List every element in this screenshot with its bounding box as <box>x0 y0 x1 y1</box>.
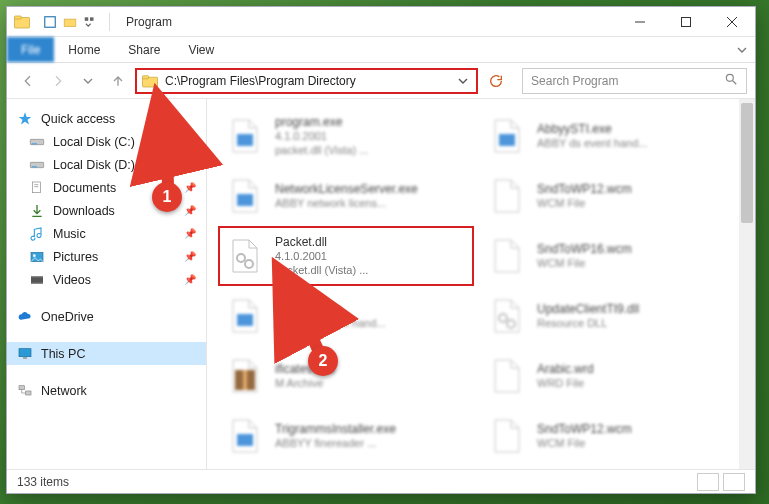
qat-new-folder-icon[interactable] <box>61 13 79 31</box>
file-meta: WCM File <box>537 257 632 271</box>
recent-locations-icon[interactable] <box>75 68 101 94</box>
file-icon <box>487 416 527 456</box>
file-icon <box>225 236 265 276</box>
file-meta: ABBY ds event hand... <box>537 137 647 151</box>
address-dropdown-icon[interactable] <box>454 72 472 90</box>
folder-app-icon <box>13 13 31 31</box>
up-button[interactable] <box>105 68 131 94</box>
file-item[interactable]: Arabic.wrd WRD File <box>481 347 735 405</box>
file-name: NetworkLicenseServer.exe <box>275 182 418 197</box>
file-item[interactable]: UpdateClientTI9.dll Resource DLL <box>481 287 735 345</box>
file-text: UpdateClientTI9.dll Resource DLL <box>537 302 639 331</box>
file-item[interactable]: Packet.dll 4.1.0.2001 packet.dll (Vista)… <box>219 227 473 285</box>
svg-rect-11 <box>143 75 149 78</box>
content-pane: program.exe 4.1.0.2001 packet.dll (Vista… <box>207 99 755 469</box>
tab-view[interactable]: View <box>174 37 228 62</box>
sidebar-item-label: Network <box>41 384 87 398</box>
tab-home[interactable]: Home <box>54 37 114 62</box>
pin-icon: 📌 <box>184 159 196 170</box>
minimize-button[interactable] <box>617 7 663 37</box>
svg-rect-28 <box>19 385 24 389</box>
file-text: Packet.dll 4.1.0.2001 packet.dll (Vista)… <box>275 235 368 278</box>
svg-rect-7 <box>682 17 691 26</box>
forward-button[interactable] <box>45 68 71 94</box>
sidebar-item-label: Documents <box>53 181 116 195</box>
thispc-icon <box>17 346 33 362</box>
ribbon-collapse-icon[interactable] <box>729 37 755 62</box>
ribbon: File Home Share View <box>7 37 755 63</box>
file-name: TrigrammsInstaller.exe <box>275 422 396 437</box>
file-icon <box>487 296 527 336</box>
file-grid: program.exe 4.1.0.2001 packet.dll (Vista… <box>207 99 739 469</box>
search-placeholder: Search Program <box>531 74 618 88</box>
qat-customize-icon[interactable] <box>81 13 99 31</box>
file-name: Arabic.wrd <box>537 362 594 377</box>
sidebar-item-label: This PC <box>41 347 85 361</box>
separator <box>109 13 110 31</box>
sidebar-item-documents[interactable]: Documents 📌 <box>7 176 206 199</box>
status-bar: 133 items <box>7 469 755 493</box>
sidebar-item-downloads[interactable]: Downloads 📌 <box>7 199 206 222</box>
sidebar-item-label: Quick access <box>41 112 115 126</box>
file-item[interactable]: bbyySTI.exe ABBY ds event hand... <box>219 287 473 345</box>
file-meta: ABBYY finereader ... <box>275 437 396 451</box>
file-text: program.exe 4.1.0.2001 packet.dll (Vista… <box>275 115 368 158</box>
back-button[interactable] <box>15 68 41 94</box>
sidebar-item-pictures[interactable]: Pictures 📌 <box>7 245 206 268</box>
pin-icon: 📌 <box>184 136 196 147</box>
sidebar-onedrive[interactable]: OneDrive <box>7 305 206 328</box>
view-large-button[interactable] <box>723 473 745 491</box>
file-tab[interactable]: File <box>7 37 54 62</box>
svg-point-22 <box>33 254 36 257</box>
file-item[interactable]: SndToWP12.wcm WCM File <box>481 407 735 465</box>
music-icon <box>29 226 45 242</box>
qat-properties-icon[interactable] <box>41 13 59 31</box>
svg-rect-17 <box>32 166 37 167</box>
file-item[interactable]: SndToWP12.wcm WCM File <box>481 167 735 225</box>
file-text: SndToWP16.wcm WCM File <box>537 242 632 271</box>
downloads-icon <box>29 203 45 219</box>
svg-point-12 <box>726 74 733 81</box>
sidebar-item-label: Pictures <box>53 250 98 264</box>
file-name: SndToWP12.wcm <box>537 182 632 197</box>
pin-icon: 📌 <box>184 274 196 285</box>
sidebar-this-pc[interactable]: This PC <box>7 342 206 365</box>
scrollbar-thumb[interactable] <box>741 103 753 223</box>
file-text: NetworkLicenseServer.exe ABBY network li… <box>275 182 418 211</box>
svg-rect-32 <box>237 194 253 206</box>
window-controls <box>617 7 755 37</box>
file-item[interactable]: TrigrammsInstaller.exe ABBYY finereader … <box>219 407 473 465</box>
onedrive-icon <box>17 309 33 325</box>
sidebar-item-label: OneDrive <box>41 310 94 324</box>
file-name: program.exe <box>275 115 368 130</box>
file-meta: WCM File <box>537 437 632 451</box>
pictures-icon <box>29 249 45 265</box>
sidebar-item-label: Local Disk (C:) <box>53 135 135 149</box>
pin-icon: 📌 <box>184 205 196 216</box>
scrollbar[interactable] <box>739 99 755 469</box>
file-item[interactable]: program.exe 4.1.0.2001 packet.dll (Vista… <box>219 107 473 165</box>
sidebar-network[interactable]: Network <box>7 379 206 402</box>
drive-icon <box>29 157 45 173</box>
maximize-button[interactable] <box>663 7 709 37</box>
sidebar-item-local-c[interactable]: Local Disk (C:) 📌 <box>7 130 206 153</box>
tab-share[interactable]: Share <box>114 37 174 62</box>
file-item[interactable]: NetworkLicenseServer.exe ABBY network li… <box>219 167 473 225</box>
search-box[interactable]: Search Program <box>522 68 747 94</box>
sidebar-item-videos[interactable]: Videos 📌 <box>7 268 206 291</box>
close-button[interactable] <box>709 7 755 37</box>
refresh-button[interactable] <box>484 69 508 93</box>
address-bar[interactable]: C:\Program Files\Program Directory <box>135 68 478 94</box>
sidebar-item-local-d[interactable]: Local Disk (D:) 📌 <box>7 153 206 176</box>
navigation-pane: Quick access Local Disk (C:) 📌 Local Dis… <box>7 99 207 469</box>
sidebar-item-music[interactable]: Music 📌 <box>7 222 206 245</box>
file-meta: Resource DLL <box>537 317 639 331</box>
file-meta: 4.1.0.2001 <box>275 130 368 144</box>
file-item[interactable]: AbbyySTI.exe ABBY ds event hand... <box>481 107 735 165</box>
view-details-button[interactable] <box>697 473 719 491</box>
sidebar-quick-access[interactable]: Quick access <box>7 107 206 130</box>
file-item[interactable]: SndToWP16.wcm WCM File <box>481 227 735 285</box>
file-meta: ABBY ds event hand... <box>275 317 385 331</box>
file-name: bbyySTI.exe <box>275 302 385 317</box>
file-item[interactable]: ificates.cab M Archive <box>219 347 473 405</box>
